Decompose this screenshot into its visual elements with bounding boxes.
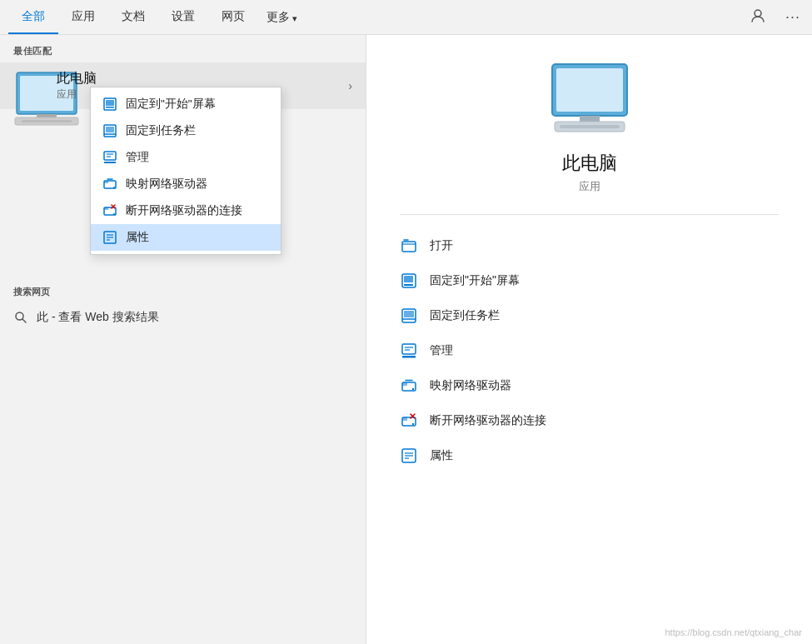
svg-rect-44	[402, 344, 416, 354]
svg-point-50	[412, 388, 414, 390]
best-match-title: 此电脑	[57, 70, 348, 87]
svg-rect-39	[404, 276, 413, 282]
svg-rect-52	[402, 417, 407, 421]
computer-icon	[13, 69, 47, 102]
svg-rect-37	[402, 242, 416, 252]
svg-rect-43	[404, 311, 414, 317]
disconnect-right-icon	[400, 412, 418, 430]
ctx-pin-start[interactable]: 固定到"开始"屏幕	[91, 91, 281, 117]
svg-rect-14	[104, 162, 116, 163]
action-pin-taskbar[interactable]: 固定到任务栏	[400, 298, 779, 333]
svg-rect-49	[402, 382, 407, 386]
left-panel: 最佳匹配 此电脑 应用 ›	[0, 35, 366, 644]
action-manage[interactable]: 管理	[400, 333, 779, 368]
svg-rect-13	[104, 152, 116, 160]
search-web-label: 搜索网页	[0, 276, 366, 303]
svg-point-53	[412, 423, 414, 425]
svg-point-22	[113, 213, 115, 215]
pin-start-icon	[102, 97, 117, 112]
right-panel: 此电脑 应用 打开	[366, 35, 812, 644]
svg-rect-12	[106, 127, 114, 132]
top-bar: 全部 应用 文档 设置 网页 更多 ···	[0, 0, 812, 35]
pin-taskbar-icon	[102, 123, 117, 138]
tab-all[interactable]: 全部	[8, 1, 58, 34]
pin-taskbar-right-icon	[400, 307, 418, 325]
manage-right-icon	[400, 342, 418, 360]
expand-arrow[interactable]: ›	[348, 79, 352, 92]
svg-rect-40	[404, 284, 413, 286]
open-icon	[400, 237, 418, 255]
map-drive-icon	[102, 177, 117, 192]
main-content: 最佳匹配 此电脑 应用 ›	[0, 35, 812, 644]
properties-icon	[102, 230, 117, 245]
ctx-disconnect-drive[interactable]: 断开网络驱动器的连接	[91, 197, 281, 224]
tab-more[interactable]: 更多	[258, 2, 306, 33]
action-properties[interactable]: 属性	[400, 438, 779, 473]
detail-icon	[548, 60, 631, 137]
svg-rect-18	[104, 181, 108, 183]
action-pin-start[interactable]: 固定到"开始"屏幕	[400, 263, 779, 298]
chevron-down-icon	[292, 11, 297, 24]
action-disconnect[interactable]: 断开网络驱动器的连接	[400, 403, 779, 438]
search-icon	[13, 310, 28, 325]
tab-docs[interactable]: 文档	[108, 1, 158, 34]
svg-rect-36	[560, 125, 620, 128]
svg-rect-45	[402, 356, 416, 358]
tab-apps[interactable]: 应用	[58, 1, 108, 34]
svg-rect-32	[556, 68, 623, 112]
detail-subtitle: 应用	[579, 179, 600, 194]
top-bar-right: ···	[747, 5, 804, 30]
disconnect-drive-icon	[102, 203, 117, 218]
properties-right-icon	[400, 447, 418, 465]
ctx-map-drive[interactable]: 映射网络驱动器	[91, 171, 281, 197]
tab-settings[interactable]: 设置	[158, 1, 208, 34]
manage-icon	[102, 150, 117, 165]
tab-list: 全部 应用 文档 设置 网页 更多	[8, 1, 306, 34]
search-web-item[interactable]: 此 - 查看 Web 搜索结果	[0, 303, 366, 332]
context-menu: 固定到"开始"屏幕 固定到任务栏	[90, 87, 281, 255]
svg-rect-21	[104, 207, 108, 210]
svg-point-19	[113, 187, 115, 188]
pin-start-right-icon	[400, 272, 418, 290]
detail-title: 此电脑	[562, 151, 617, 176]
svg-rect-9	[106, 107, 114, 108]
action-open[interactable]: 打开	[400, 228, 779, 263]
best-match-label: 最佳匹配	[0, 35, 366, 62]
action-map-drive[interactable]: 映射网络驱动器	[400, 368, 779, 403]
svg-rect-6	[22, 120, 72, 122]
watermark: https://blog.csdn.net/qtxiang_char	[665, 627, 803, 637]
svg-line-30	[22, 319, 26, 322]
svg-point-0	[755, 10, 761, 17]
divider	[400, 214, 779, 215]
map-drive-right-icon	[400, 377, 418, 395]
tab-web[interactable]: 网页	[208, 1, 258, 34]
ctx-manage[interactable]: 管理	[91, 144, 281, 171]
ctx-pin-taskbar[interactable]: 固定到任务栏	[91, 117, 281, 144]
more-options-icon[interactable]: ···	[782, 5, 804, 29]
person-icon[interactable]	[747, 5, 769, 30]
ctx-properties[interactable]: 属性	[91, 224, 281, 251]
action-list: 打开 固定到"开始"屏幕	[400, 228, 779, 473]
svg-rect-8	[106, 100, 114, 106]
